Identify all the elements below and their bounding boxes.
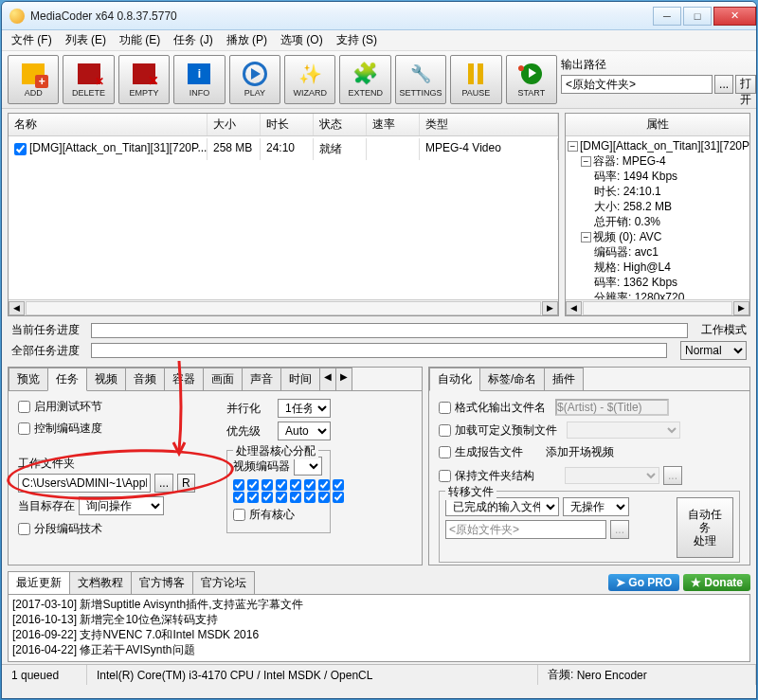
menu-task[interactable]: 任务 (J) (168, 30, 218, 50)
menu-file[interactable]: 文件 (F) (6, 30, 58, 50)
settings-button[interactable]: 🔧SETTINGS (395, 55, 446, 104)
segment-encode-check[interactable] (18, 523, 30, 535)
core-check[interactable] (233, 479, 244, 491)
scroll-right-icon[interactable]: ▶ (733, 301, 749, 315)
menu-help[interactable]: 支持 (S) (331, 30, 383, 50)
col-size[interactable]: 大小 (208, 114, 261, 135)
tab-audio[interactable]: 音频 (125, 368, 165, 390)
auto-task-button[interactable]: 自动任务 处理 (677, 497, 733, 558)
tab-video[interactable]: 视频 (86, 368, 126, 390)
core-check[interactable] (304, 479, 316, 491)
minimize-button[interactable]: ─ (653, 7, 681, 26)
maximize-button[interactable]: □ (683, 7, 712, 26)
tree-toggle-icon[interactable]: − (581, 156, 591, 167)
transfer-op-select[interactable]: 无操作 (563, 497, 629, 516)
core-check[interactable] (333, 479, 344, 491)
tab-sound[interactable]: 声音 (242, 368, 281, 390)
keep-struct-check[interactable] (439, 470, 451, 482)
core-check[interactable] (318, 479, 330, 491)
workdir-reset-button[interactable]: R (177, 474, 195, 493)
news-item[interactable]: [2016-09-22] 支持NVENC 7.0和Intel MSDK 2016 (12, 627, 746, 642)
core-check[interactable] (276, 479, 287, 491)
menu-play[interactable]: 播放 (P) (221, 30, 273, 50)
tab-nav-left[interactable]: ◀ (319, 368, 336, 390)
props-hscroll[interactable]: ◀ ▶ (566, 299, 749, 315)
pause-button[interactable]: PAUSE (450, 55, 501, 104)
delete-button[interactable]: DELETE (63, 55, 114, 104)
scroll-left-icon[interactable]: ◀ (9, 301, 25, 315)
play-button[interactable]: PLAY (229, 55, 280, 104)
work-mode-select[interactable]: Normal (680, 341, 747, 360)
scroll-right-icon[interactable]: ▶ (542, 301, 558, 315)
all-cores-check[interactable] (233, 509, 245, 521)
tree-toggle-icon[interactable]: − (581, 232, 591, 242)
parallel-select[interactable]: 1任务 (278, 399, 331, 418)
col-duration[interactable]: 时长 (261, 114, 314, 135)
gen-report-check[interactable] (439, 446, 451, 458)
core-check[interactable] (318, 492, 330, 503)
tree-toggle-icon[interactable]: − (568, 141, 578, 152)
tab-picture[interactable]: 画面 (203, 368, 243, 390)
tab-nav-right[interactable]: ▶ (335, 368, 352, 390)
format-filename-check[interactable] (439, 402, 451, 414)
col-rate[interactable]: 速率 (367, 114, 420, 135)
btab-blog[interactable]: 官方博客 (131, 571, 193, 594)
btab-docs[interactable]: 文档教程 (69, 571, 132, 594)
workdir-browse-button[interactable]: ... (154, 474, 173, 493)
output-browse-button[interactable]: ... (714, 75, 733, 94)
core-check[interactable] (290, 479, 301, 491)
go-pro-badge[interactable]: ➤Go PRO (608, 574, 679, 591)
col-name[interactable]: 名称 (9, 114, 208, 135)
dest-exists-select[interactable]: 询问操作 (79, 496, 164, 515)
tab-container[interactable]: 容器 (164, 368, 204, 390)
btab-forum[interactable]: 官方论坛 (192, 571, 255, 594)
tab-task[interactable]: 任务 (47, 368, 87, 391)
core-check[interactable] (233, 492, 244, 503)
transfer-src-select[interactable]: 已完成的输入文件 (445, 497, 559, 516)
menu-func[interactable]: 功能 (E) (114, 30, 166, 50)
speed-control-check[interactable] (18, 422, 30, 435)
news-item[interactable]: [2016-04-22] 修正若干AVISynth问题 (12, 642, 746, 657)
donate-badge[interactable]: ★Donate (683, 574, 750, 591)
empty-button[interactable]: EMPTY (118, 55, 170, 104)
file-list-hscroll[interactable]: ◀ ▶ (9, 299, 558, 315)
start-button[interactable]: START (506, 55, 557, 104)
menu-opts[interactable]: 选项 (O) (275, 30, 329, 50)
output-path-input[interactable] (561, 75, 713, 94)
load-preset-check[interactable] (439, 424, 451, 437)
scroll-left-icon[interactable]: ◀ (566, 301, 582, 315)
wizard-button[interactable]: ✨WIZARD (284, 55, 335, 104)
file-row-check[interactable] (14, 141, 27, 157)
test-mode-check[interactable] (18, 401, 30, 413)
news-item[interactable]: [2017-03-10] 新增Suptitle Avisynth插件,支持蓝光字… (12, 597, 746, 612)
workdir-input[interactable] (18, 474, 151, 493)
file-row[interactable]: [DMG][Attack_on_Titan][31][720P... 258 M… (9, 136, 558, 162)
extend-button[interactable]: 🧩EXTEND (339, 55, 390, 104)
core-check[interactable] (262, 492, 273, 503)
tab-tag[interactable]: 标签/命名 (479, 368, 545, 390)
video-encoder-cores-select[interactable] (294, 457, 322, 476)
output-open-button[interactable]: 打开 (735, 75, 756, 94)
core-check[interactable] (247, 479, 259, 491)
col-type[interactable]: 类型 (420, 114, 558, 135)
priority-select[interactable]: Auto (278, 422, 331, 440)
news-list[interactable]: [2017-03-10] 新增Suptitle Avisynth插件,支持蓝光字… (8, 594, 750, 662)
properties-tree[interactable]: −[DMG][Attack_on_Titan][31][720P][GB −容器… (566, 136, 749, 299)
tab-preview[interactable]: 预览 (9, 368, 48, 390)
tab-auto[interactable]: 自动化 (429, 368, 480, 391)
core-check[interactable] (276, 492, 287, 503)
menu-list[interactable]: 列表 (E) (60, 30, 112, 50)
btab-recent[interactable]: 最近更新 (8, 571, 70, 594)
news-item[interactable]: [2016-10-13] 新增完全10位色深转码支持 (12, 612, 746, 627)
core-check[interactable] (262, 479, 273, 491)
core-check[interactable] (333, 492, 344, 503)
core-check[interactable] (290, 492, 301, 503)
core-check[interactable] (247, 492, 259, 503)
tab-time[interactable]: 时间 (280, 368, 320, 390)
col-state[interactable]: 状态 (314, 114, 367, 135)
info-button[interactable]: iINFO (173, 55, 225, 104)
close-button[interactable]: ✕ (713, 7, 756, 26)
tab-plugin[interactable]: 插件 (544, 368, 584, 390)
core-check[interactable] (304, 492, 316, 503)
add-button[interactable]: ADD (8, 55, 59, 104)
